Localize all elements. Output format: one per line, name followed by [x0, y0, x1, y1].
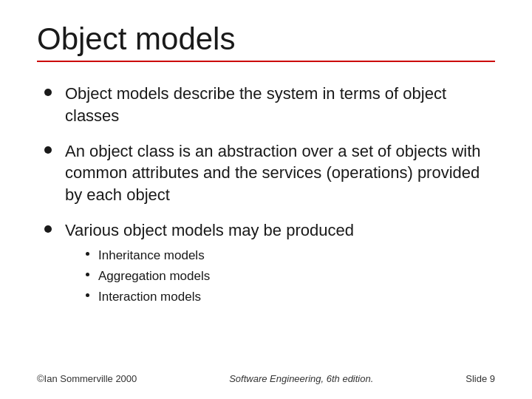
sub-bullets: Inheritance models Aggregation models In… [86, 247, 354, 305]
footer: ©Ian Sommerville 2000 Software Engineeri… [37, 366, 495, 384]
footer-slide-number: Slide 9 [466, 373, 495, 384]
bullet-text-3: Various object models may be produced [65, 221, 354, 239]
bullet-dot-1 [44, 89, 52, 96]
sub-bullet-text-1: Inheritance models [98, 247, 205, 265]
sub-bullet-dot-3 [86, 293, 89, 297]
bullet-dot-3 [44, 225, 52, 233]
footer-copyright: ©Ian Sommerville 2000 [37, 373, 137, 384]
bullet-item-3-content: Various object models may be produced In… [65, 219, 354, 309]
bullet-text-2: An object class is an abstraction over a… [65, 140, 495, 206]
bullet-dot-2 [44, 146, 52, 154]
title-section: Object models [37, 22, 495, 77]
sub-bullet-dot-2 [86, 273, 89, 276]
bullet-item-2: An object class is an abstraction over a… [44, 140, 495, 206]
sub-bullet-item-2: Aggregation models [86, 267, 354, 285]
sub-bullet-text-2: Aggregation models [98, 267, 210, 285]
slide: Object models Object models describe the… [0, 0, 532, 399]
footer-book-title: Software Engineering, 6th edition. [229, 373, 373, 384]
content-area: Object models describe the system in ter… [37, 83, 495, 366]
slide-title: Object models [37, 22, 495, 56]
sub-bullet-text-3: Interaction models [98, 288, 201, 306]
sub-bullet-dot-1 [86, 252, 89, 256]
bullet-text-1: Object models describe the system in ter… [65, 83, 495, 126]
title-underline [37, 61, 495, 62]
sub-bullet-item-1: Inheritance models [86, 247, 354, 265]
sub-bullet-item-3: Interaction models [86, 288, 354, 306]
bullet-item-3: Various object models may be produced In… [44, 219, 495, 309]
bullet-item-1: Object models describe the system in ter… [44, 83, 495, 126]
